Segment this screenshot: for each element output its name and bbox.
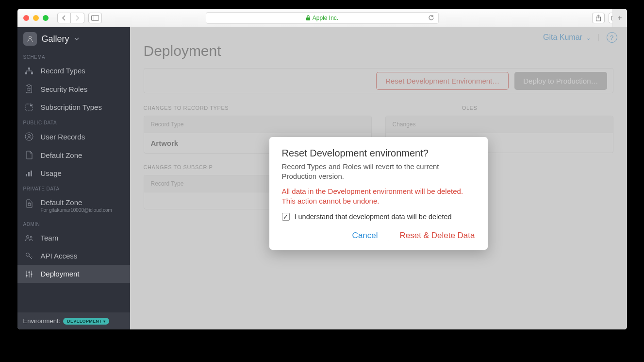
svg-rect-23 [28, 272, 30, 273]
sidebar-icon [91, 15, 99, 21]
sidebar-section-schema: SCHEMA [17, 51, 130, 62]
sidebar-section-public: PUBLIC DATA [17, 116, 130, 127]
sidebar-item-user-records[interactable]: User Records [17, 127, 130, 146]
url-text: Apple Inc. [313, 15, 338, 21]
lock-icon [306, 15, 311, 21]
chevron-down-icon [74, 37, 79, 41]
svg-rect-9 [31, 72, 33, 74]
svg-rect-10 [26, 86, 32, 93]
sidebar-item-default-zone-private[interactable]: Default Zone For gitakumar10000@icloud.c… [17, 193, 130, 218]
titlebar: Apple Inc. + [17, 9, 627, 27]
svg-rect-0 [91, 15, 99, 20]
environment-pill[interactable]: DEVELOPMENT ▾ [63, 318, 109, 325]
dialog-warning: All data in the Development environment … [282, 187, 475, 207]
sidebar-item-deployment[interactable]: Deployment [17, 265, 130, 283]
forward-button[interactable] [71, 13, 84, 23]
svg-rect-17 [31, 171, 32, 176]
document-icon [24, 151, 34, 159]
sidebar-item-subtitle: For gitakumar10000@icloud.com [41, 207, 112, 213]
confirm-checkbox-label[interactable]: I understand that development data will … [295, 213, 452, 221]
sidebar-item-record-types[interactable]: Record Types [17, 62, 130, 80]
sidebar: Gallery SCHEMA Record Types Security Rol… [17, 27, 130, 329]
badge-icon [24, 85, 34, 93]
confirm-checkbox[interactable]: ✓ [282, 213, 290, 221]
minimize-window-icon[interactable] [33, 15, 39, 21]
sidebar-item-label: Record Types [41, 67, 85, 75]
team-icon [24, 235, 34, 241]
sidebar-item-label: API Access [41, 252, 78, 260]
dialog-title: Reset Development environment? [282, 148, 475, 159]
svg-point-12 [30, 104, 32, 106]
sidebar-toggle-button[interactable] [88, 13, 102, 23]
sidebar-item-subscription-types[interactable]: Subscription Types [17, 98, 130, 116]
svg-point-14 [28, 135, 30, 137]
svg-rect-22 [26, 275, 27, 276]
safari-window: Apple Inc. + Gallery SCHEMA [17, 9, 627, 329]
svg-rect-16 [28, 172, 30, 176]
svg-rect-7 [28, 68, 30, 69]
sliders-icon [24, 270, 34, 278]
app-icon [23, 32, 37, 46]
environment-label: Environment: [23, 317, 61, 325]
dialog-body: Record Types and Roles will revert to th… [282, 162, 475, 182]
sidebar-item-label: User Records [41, 133, 85, 141]
svg-point-6 [29, 36, 31, 39]
sidebar-item-label: Deployment [41, 270, 80, 278]
nav-buttons [57, 13, 84, 23]
sidebar-section-admin: ADMIN [17, 218, 130, 229]
traffic-lights [23, 15, 49, 21]
key-icon [24, 252, 34, 260]
subscription-icon [24, 103, 34, 111]
reset-delete-button[interactable]: Reset & Delete Data [400, 231, 475, 241]
user-icon [24, 132, 34, 141]
sidebar-item-usage[interactable]: Usage [17, 164, 130, 182]
sidebar-item-label: Subscription Types [41, 103, 102, 111]
environment-bar: Environment: DEVELOPMENT ▾ [17, 312, 130, 329]
sidebar-item-default-zone-public[interactable]: Default Zone [17, 146, 130, 164]
reset-dialog: Reset Development environment? Record Ty… [269, 137, 488, 250]
chevron-left-icon [62, 15, 66, 21]
url-bar[interactable]: Apple Inc. [206, 12, 439, 24]
reload-icon[interactable] [428, 15, 434, 21]
svg-rect-15 [26, 174, 27, 176]
svg-rect-8 [25, 72, 27, 74]
app-name: Gallery [42, 34, 69, 44]
svg-point-21 [26, 253, 29, 256]
svg-rect-18 [28, 204, 31, 206]
sidebar-item-label: Team [41, 234, 59, 242]
sidebar-item-security-roles[interactable]: Security Roles [17, 80, 130, 98]
share-icon [595, 15, 601, 21]
main-content: Gita Kumar ⌄ | ? Deployment Reset Develo… [130, 27, 627, 329]
cancel-button[interactable]: Cancel [352, 231, 378, 241]
chevron-right-icon [75, 15, 80, 21]
new-tab-button[interactable]: + [612, 9, 627, 27]
sidebar-item-label: Usage [41, 169, 62, 177]
sidebar-item-label: Default Zone [41, 198, 112, 207]
svg-rect-2 [306, 17, 310, 20]
back-button[interactable] [57, 13, 71, 23]
fullscreen-window-icon[interactable] [43, 15, 49, 21]
share-button[interactable] [592, 13, 605, 23]
sidebar-item-team[interactable]: Team [17, 229, 130, 247]
locked-document-icon [24, 199, 34, 208]
svg-point-19 [26, 235, 29, 238]
hierarchy-icon [24, 68, 34, 74]
close-window-icon[interactable] [23, 15, 29, 21]
app-switcher[interactable]: Gallery [17, 27, 130, 51]
divider [389, 230, 389, 241]
bar-chart-icon [24, 170, 34, 177]
svg-point-20 [30, 236, 32, 238]
sidebar-item-label: Security Roles [41, 85, 88, 93]
sidebar-section-private: PRIVATE DATA [17, 182, 130, 193]
sidebar-item-label: Default Zone [41, 151, 83, 159]
sidebar-item-api-access[interactable]: API Access [17, 247, 130, 265]
svg-rect-24 [31, 274, 32, 275]
